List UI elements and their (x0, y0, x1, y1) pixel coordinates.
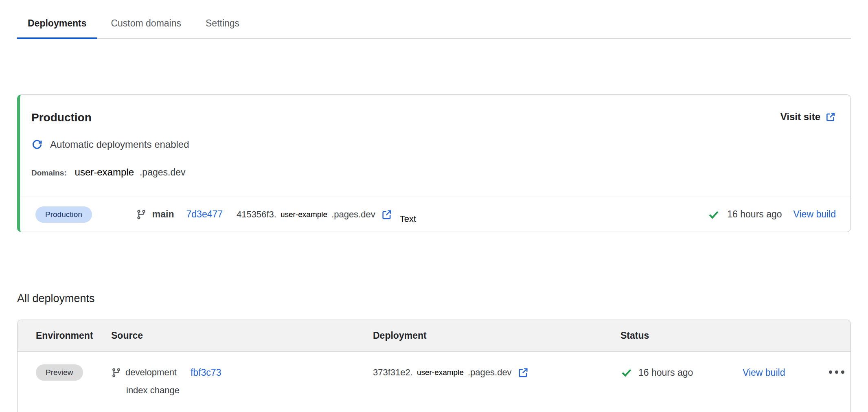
view-build-link[interactable]: View build (743, 367, 785, 378)
deployment-domain: user-example (281, 210, 327, 219)
branch-name: main (152, 209, 174, 220)
deployments-table: Environment Source Deployment Status Pre… (17, 320, 851, 412)
all-deployments-heading: All deployments (17, 292, 851, 305)
commit-link[interactable]: fbf3c73 (191, 367, 221, 378)
view-build-link[interactable]: View build (793, 209, 836, 220)
table-header-row: Environment Source Deployment Status (18, 320, 850, 352)
deployment-id: 373f31e2. (373, 367, 413, 378)
tab-deployments[interactable]: Deployments (17, 12, 97, 38)
external-link-icon[interactable] (517, 367, 529, 378)
visit-site-label: Visit site (780, 111, 820, 123)
environment-badge: Production (35, 206, 92, 223)
column-header-status: Status (620, 330, 850, 341)
deployment-domain-suffix: .pages.dev (331, 209, 375, 220)
column-header-deployment: Deployment (373, 330, 620, 341)
deployment-domain-suffix: .pages.dev (468, 367, 512, 378)
column-header-environment: Environment (36, 330, 111, 341)
production-card-title: Production (31, 111, 92, 124)
branch-name: development (125, 367, 177, 378)
tab-settings[interactable]: Settings (195, 12, 250, 38)
deployment-id: 415356f3. (237, 209, 276, 220)
text-annotation: Text (400, 214, 416, 224)
domains-label: Domains: (31, 169, 67, 178)
deployment-time: 16 hours ago (727, 209, 782, 220)
column-header-source: Source (111, 330, 373, 341)
table-row: Preview development fbf3c73 index change… (18, 352, 850, 412)
external-link-icon[interactable] (381, 209, 392, 220)
deployment-time: 16 hours ago (638, 367, 693, 378)
auto-deploy-text: Automatic deployments enabled (50, 139, 189, 150)
production-deployment-row: Production main 7d3e477 415356f3. user-e… (20, 197, 850, 232)
domain-name: user-example (75, 167, 134, 178)
refresh-icon (31, 139, 43, 150)
git-branch-icon (111, 368, 121, 378)
deployment-domain: user-example (417, 368, 464, 377)
success-check-icon (620, 366, 633, 379)
environment-badge: Preview (36, 364, 83, 381)
git-branch-icon (136, 209, 147, 220)
domain-suffix: .pages.dev (140, 167, 186, 178)
external-link-icon (825, 112, 836, 122)
tab-custom-domains[interactable]: Custom domains (100, 12, 192, 38)
success-check-icon (708, 208, 720, 221)
commit-message: index change (126, 385, 373, 396)
visit-site-link[interactable]: Visit site (780, 111, 836, 123)
commit-link[interactable]: 7d3e477 (186, 209, 223, 220)
tab-bar: Deployments Custom domains Settings (17, 0, 851, 39)
production-card: Production Visit site Automatic deployme… (17, 94, 851, 232)
row-actions-menu-icon[interactable] (829, 363, 850, 374)
